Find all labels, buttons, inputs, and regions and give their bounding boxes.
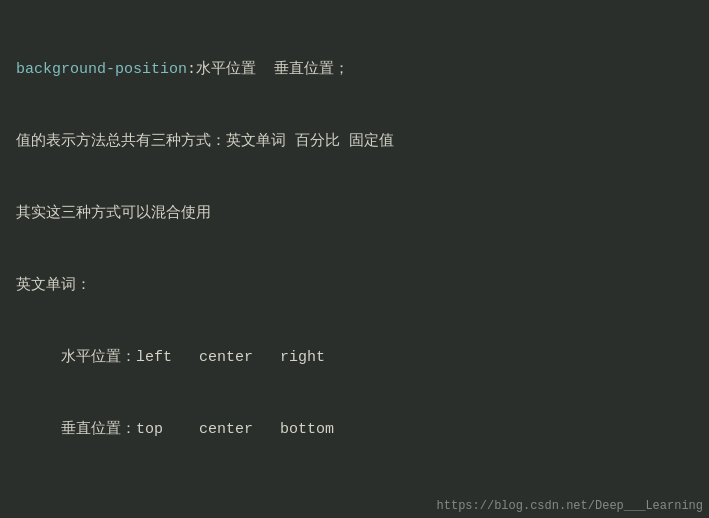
code-line-6: 垂直位置：top center bottom	[16, 418, 693, 442]
code-property: background-position	[16, 61, 187, 78]
url-display: https://blog.csdn.net/Deep___Learning	[431, 495, 709, 518]
code-line-4: 英文单词：	[16, 274, 693, 298]
code-editor: background-position:水平位置 垂直位置； 值的表示方法总共有…	[0, 0, 709, 518]
code-line-3: 其实这三种方式可以混合使用	[16, 202, 693, 226]
code-line-5: 水平位置：left center right	[16, 346, 693, 370]
code-line-2: 值的表示方法总共有三种方式：英文单词 百分比 固定值	[16, 130, 693, 154]
code-line-1: background-position:水平位置 垂直位置；	[16, 58, 693, 82]
